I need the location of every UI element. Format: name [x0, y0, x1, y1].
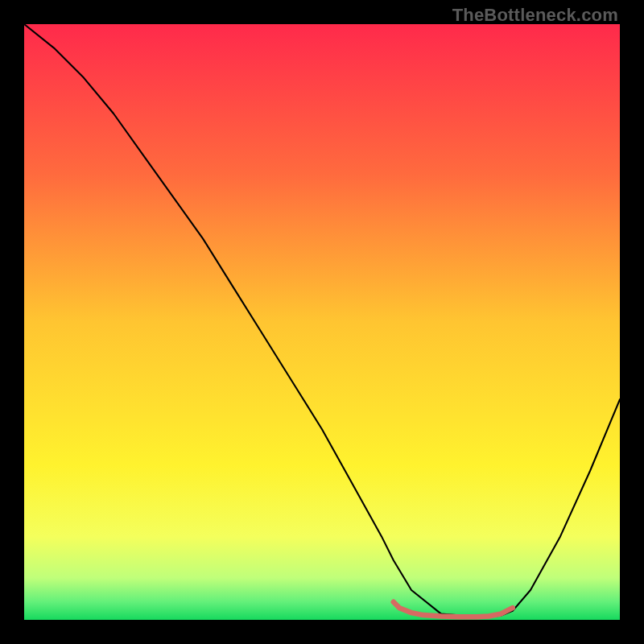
watermark-text: TheBottleneck.com	[452, 5, 618, 26]
chart-frame	[24, 24, 620, 620]
bottleneck-chart	[24, 24, 620, 620]
